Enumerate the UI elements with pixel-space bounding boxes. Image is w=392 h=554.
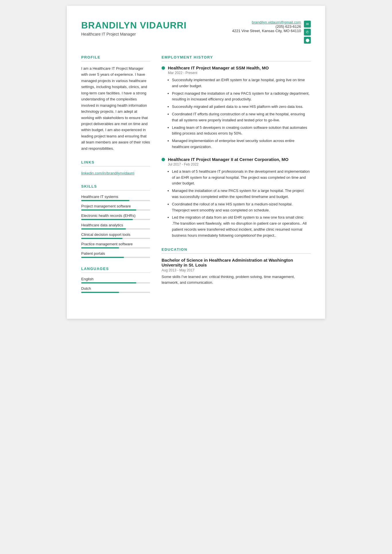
job-dot <box>162 66 165 70</box>
skill-bar-fill <box>81 209 136 211</box>
link-item[interactable]: linkedin.com/in/brandilynvidaurri <box>81 171 134 175</box>
skill-name: Electronic health records (EHRs) <box>81 213 150 218</box>
job-date: Mar 2022 - Present <box>168 71 311 75</box>
links-list: linkedin.com/in/brandilynvidaurri <box>81 170 150 176</box>
job-bullet: Led the migration of data from an old EH… <box>172 215 311 238</box>
job-bullet: Coordinated the rollout of a new HIS sys… <box>172 201 311 213</box>
job-bullets: Led a team of 5 healthcare IT profession… <box>168 169 311 239</box>
job-bullet: Successfully migrated all patient data t… <box>172 104 311 110</box>
skill-bar-fill <box>81 247 119 248</box>
language-bar-fill <box>81 292 119 293</box>
skill-item: Patient portals <box>81 251 150 258</box>
employment-title: EMPLOYMENT HISTORY <box>162 55 311 61</box>
skill-name: Healthcare IT systems <box>81 195 150 199</box>
job-bullet: Successfully implemented an EHR system f… <box>172 77 311 89</box>
job-header: Healthcare IT Project Manager II at Cern… <box>162 157 311 162</box>
employment-section: EMPLOYMENT HISTORY Healthcare IT Project… <box>162 55 311 239</box>
job-bullet: Project managed the installation of a ne… <box>172 91 311 103</box>
job-bullet: Coordinated IT efforts during constructi… <box>172 111 311 123</box>
skill-bar-fill <box>81 219 133 220</box>
education-item: Bachelor of Science in Healthcare Admini… <box>162 258 311 286</box>
contact-info: brandilyn.vidaurri@gmail.com (205) 623-6… <box>232 20 301 33</box>
edu-desc: Some skills I've learned are: critical t… <box>162 274 311 286</box>
links-title: LINKS <box>81 160 150 166</box>
language-bar-fill <box>81 282 136 283</box>
languages-title: LANGUAGES <box>81 267 150 273</box>
profile-section: PROFILE I am a Healthcare IT Project Man… <box>81 55 150 151</box>
job-bullet: Leading team of 5 developers in creating… <box>172 125 311 137</box>
job-title: Healthcare IT Project Manager II at Cern… <box>168 157 288 162</box>
edu-date: Aug 2013 - May 2017 <box>162 268 311 272</box>
language-bar-bg <box>81 282 150 283</box>
job-item: Healthcare IT Project Manager II at Cern… <box>162 157 311 239</box>
skill-bar-bg <box>81 228 150 230</box>
job-title: Healthcare IT Project Manager at SSM Hea… <box>168 65 269 70</box>
job-bullet: Managed implementation of enterprise lev… <box>172 138 311 150</box>
edu-title: Bachelor of Science in Healthcare Admini… <box>162 258 311 267</box>
skill-name: Practice management software <box>81 242 150 246</box>
education-title: EDUCATION <box>162 247 311 254</box>
phone-icon: ✆ <box>304 29 311 36</box>
location-icon: ⬤ <box>304 37 311 44</box>
contact-email[interactable]: brandilyn.vidaurri@gmail.com <box>232 20 301 24</box>
job-bullet: Managed the installation of a new PACS s… <box>172 188 311 200</box>
job-dot <box>162 158 165 161</box>
job-item: Healthcare IT Project Manager at SSM Hea… <box>162 65 311 150</box>
body: PROFILE I am a Healthcare IT Project Man… <box>81 55 311 302</box>
language-bar-bg <box>81 292 150 293</box>
language-item: Dutch <box>81 286 150 293</box>
skills-section: SKILLS Healthcare IT systems Project man… <box>81 184 150 258</box>
email-icon: ✉ <box>304 21 311 28</box>
skill-item: Clinical decision support tools <box>81 232 150 239</box>
profile-text: I am a Healthcare IT Project Manager wit… <box>81 65 150 151</box>
education-section: EDUCATION Bachelor of Science in Healthc… <box>162 247 311 286</box>
languages-section: LANGUAGES English Dutch <box>81 267 150 293</box>
skills-title: SKILLS <box>81 184 150 191</box>
header-right: brandilyn.vidaurri@gmail.com (205) 623-6… <box>232 20 311 44</box>
skill-item: Practice management software <box>81 242 150 248</box>
skill-bar-fill <box>81 257 124 258</box>
skill-bar-bg <box>81 257 150 258</box>
contact-phone: (205) 623-6126 <box>232 24 301 29</box>
skills-list: Healthcare IT systems Project management… <box>81 195 150 258</box>
jobs-list: Healthcare IT Project Manager at SSM Hea… <box>162 65 311 239</box>
job-date: Jul 2017 - Feb 2022 <box>168 162 311 166</box>
skill-name: Project management software <box>81 204 150 208</box>
skill-bar-bg <box>81 200 150 201</box>
header-left: BRANDILYN VIDAURRI Healthcare IT Project… <box>81 20 187 36</box>
skill-bar-bg <box>81 219 150 220</box>
skill-item: Electronic health records (EHRs) <box>81 213 150 220</box>
skill-bar-bg <box>81 209 150 211</box>
education-list: Bachelor of Science in Healthcare Admini… <box>162 258 311 286</box>
skill-bar-fill <box>81 228 126 230</box>
language-name: Dutch <box>81 286 150 291</box>
right-column: EMPLOYMENT HISTORY Healthcare IT Project… <box>162 55 311 302</box>
links-section: LINKS linkedin.com/in/brandilynvidaurri <box>81 160 150 176</box>
skill-item: Project management software <box>81 204 150 211</box>
language-item: English <box>81 277 150 283</box>
contact-icons: ✉ ✆ ⬤ <box>304 21 311 44</box>
languages-list: English Dutch <box>81 277 150 293</box>
skill-name: Patient portals <box>81 251 150 256</box>
profile-title: PROFILE <box>81 55 150 61</box>
skill-bar-bg <box>81 247 150 248</box>
candidate-name: BRANDILYN VIDAURRI <box>81 20 187 31</box>
job-bullet: Led a team of 5 healthcare IT profession… <box>172 169 311 186</box>
resume: BRANDILYN VIDAURRI Healthcare IT Project… <box>67 6 325 319</box>
job-header: Healthcare IT Project Manager at SSM Hea… <box>162 65 311 70</box>
skill-bar-fill <box>81 200 129 201</box>
candidate-title: Healthcare IT Project Manager <box>81 32 187 36</box>
skill-bar-fill <box>81 238 123 239</box>
skill-name: Healthcare data analytics <box>81 223 150 227</box>
left-column: PROFILE I am a Healthcare IT Project Man… <box>81 55 150 302</box>
skill-item: Healthcare data analytics <box>81 223 150 230</box>
skill-bar-bg <box>81 238 150 239</box>
skill-item: Healthcare IT systems <box>81 195 150 201</box>
skill-name: Clinical decision support tools <box>81 232 150 237</box>
contact-address: 4221 Vine Street, Kansas City, MO 64110 <box>232 29 301 33</box>
job-bullets: Successfully implemented an EHR system f… <box>168 77 311 150</box>
header: BRANDILYN VIDAURRI Healthcare IT Project… <box>81 20 311 44</box>
language-name: English <box>81 277 150 281</box>
